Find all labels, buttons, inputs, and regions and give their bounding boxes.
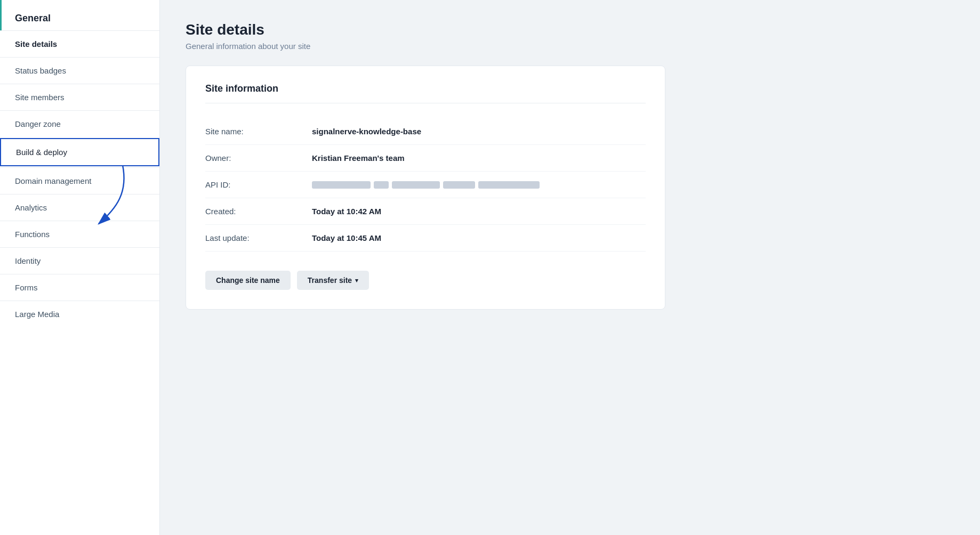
owner-row: Owner: Kristian Freeman's team: [205, 145, 646, 172]
sidebar-item-label: Analytics: [15, 203, 47, 212]
last-update-value: Today at 10:45 AM: [312, 233, 381, 242]
created-row: Created: Today at 10:42 AM: [205, 198, 646, 225]
owner-label: Owner:: [205, 153, 312, 163]
api-id-row: API ID:: [205, 172, 646, 198]
sidebar-item-label: Identity: [15, 256, 41, 265]
sidebar-item-label: Site members: [15, 93, 65, 102]
redacted-block-1: [312, 181, 371, 189]
sidebar-item-label: Site details: [15, 39, 57, 48]
sidebar-item-build-deploy[interactable]: Build & deploy: [0, 138, 159, 166]
sidebar-item-large-media[interactable]: Large Media: [0, 301, 159, 327]
sidebar-section-general: General: [0, 0, 159, 30]
main-content: Site details General information about y…: [160, 0, 980, 535]
sidebar-item-label: Build & deploy: [16, 148, 67, 157]
site-information-card: Site information Site name: signalnerve-…: [186, 66, 665, 310]
sidebar-item-label: Large Media: [15, 310, 59, 319]
site-name-label: Site name:: [205, 127, 312, 136]
created-label: Created:: [205, 207, 312, 216]
last-update-row: Last update: Today at 10:45 AM: [205, 225, 646, 252]
redacted-block-2: [374, 181, 389, 189]
sidebar-item-analytics[interactable]: Analytics: [0, 194, 159, 221]
sidebar-item-label: Forms: [15, 283, 38, 292]
sidebar-item-identity[interactable]: Identity: [0, 247, 159, 274]
change-site-name-button[interactable]: Change site name: [205, 271, 291, 290]
transfer-site-label: Transfer site: [308, 276, 352, 285]
created-value: Today at 10:42 AM: [312, 207, 381, 216]
sidebar-item-label: Domain management: [15, 176, 91, 185]
site-name-row: Site name: signalnerve-knowledge-base: [205, 118, 646, 145]
page-subtitle: General information about your site: [186, 42, 954, 51]
sidebar: General Site details Status badges Site …: [0, 0, 160, 535]
owner-value: Kristian Freeman's team: [312, 153, 405, 163]
sidebar-item-danger-zone[interactable]: Danger zone: [0, 110, 159, 137]
sidebar-item-forms[interactable]: Forms: [0, 274, 159, 301]
last-update-label: Last update:: [205, 233, 312, 242]
sidebar-item-label: Functions: [15, 230, 50, 239]
sidebar-item-functions[interactable]: Functions: [0, 221, 159, 247]
sidebar-item-site-members[interactable]: Site members: [0, 84, 159, 110]
api-id-label: API ID:: [205, 180, 312, 189]
page-title: Site details: [186, 21, 954, 38]
sidebar-item-domain-management[interactable]: Domain management: [0, 167, 159, 194]
buttons-row: Change site name Transfer site ▾: [205, 266, 646, 290]
sidebar-item-status-badges[interactable]: Status badges: [0, 57, 159, 84]
redacted-block-5: [478, 181, 540, 189]
sidebar-item-label: Danger zone: [15, 119, 61, 128]
api-id-value: [312, 181, 540, 189]
chevron-down-icon: ▾: [355, 277, 358, 284]
sidebar-item-site-details[interactable]: Site details: [0, 30, 159, 57]
sidebar-item-label: Status badges: [15, 66, 66, 75]
redacted-block-4: [443, 181, 475, 189]
redacted-block-3: [392, 181, 440, 189]
card-section-title: Site information: [205, 83, 646, 103]
site-name-value: signalnerve-knowledge-base: [312, 127, 421, 136]
transfer-site-button[interactable]: Transfer site ▾: [297, 271, 369, 290]
